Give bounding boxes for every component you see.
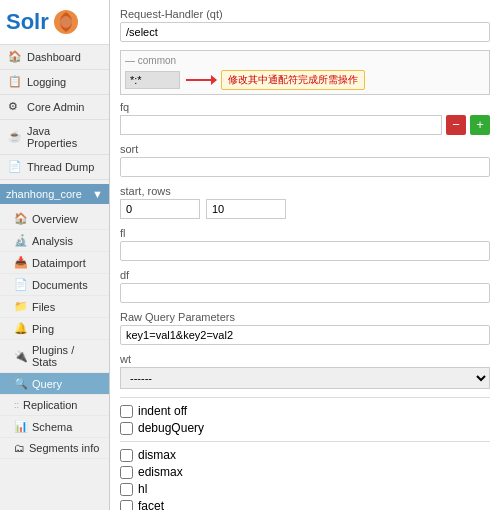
edismax-checkbox[interactable]	[120, 466, 133, 479]
indent-label: indent off	[138, 404, 187, 418]
sidebar-item-overview[interactable]: 🏠 Overview	[0, 208, 109, 230]
sidebar-item-segments-info[interactable]: 🗂 Segments info	[0, 438, 109, 459]
query-label: Query	[32, 378, 62, 390]
schema-label: Schema	[32, 421, 72, 433]
dismax-checkbox[interactable]	[120, 449, 133, 462]
ping-icon: 🔔	[14, 322, 28, 335]
checkbox-debugquery: debugQuery	[120, 421, 490, 435]
overview-icon: 🏠	[14, 212, 28, 225]
wt-group: wt ------ json xml csv python ruby php	[120, 353, 490, 389]
plugins-label: Plugins / Stats	[32, 344, 101, 368]
dataimport-label: Dataimport	[32, 257, 86, 269]
logging-label: Logging	[27, 76, 66, 88]
sidebar-item-java-properties[interactable]: ☕ Java Properties	[0, 120, 109, 155]
java-icon: ☕	[8, 130, 22, 144]
documents-icon: 📄	[14, 278, 28, 291]
request-handler-group: Request-Handler (qt)	[120, 8, 490, 42]
raw-query-label: Raw Query Parameters	[120, 311, 490, 323]
sidebar-item-core-admin[interactable]: ⚙ Core Admin	[0, 95, 109, 120]
common-label: — common	[125, 55, 485, 66]
sidebar-item-analysis[interactable]: 🔬 Analysis	[0, 230, 109, 252]
common-section: — common 修改其中通配符完成所需操作	[120, 50, 490, 95]
sidebar-item-schema[interactable]: 📊 Schema	[0, 416, 109, 438]
core-admin-icon: ⚙	[8, 100, 22, 114]
core-admin-label: Core Admin	[27, 101, 84, 113]
ping-label: Ping	[32, 323, 54, 335]
raw-query-input[interactable]	[120, 325, 490, 345]
sidebar-item-ping[interactable]: 🔔 Ping	[0, 318, 109, 340]
checkbox-hl: hl	[120, 482, 490, 496]
solr-logo-icon	[52, 8, 80, 36]
fq-input[interactable]	[120, 115, 442, 135]
fq-label: fq	[120, 101, 490, 113]
sidebar-item-plugins-stats[interactable]: 🔌 Plugins / Stats	[0, 340, 109, 373]
fq-remove-button[interactable]: −	[446, 115, 466, 135]
sidebar-item-dashboard[interactable]: 🏠 Dashboard	[0, 45, 109, 70]
replication-icon: ::	[14, 400, 19, 410]
wt-label: wt	[120, 353, 490, 365]
dismax-label: dismax	[138, 448, 176, 462]
sort-label: sort	[120, 143, 490, 155]
documents-label: Documents	[32, 279, 88, 291]
thread-icon: 📄	[8, 160, 22, 174]
files-icon: 📁	[14, 300, 28, 313]
df-group: df	[120, 269, 490, 303]
request-handler-label: Request-Handler (qt)	[120, 8, 490, 20]
sidebar-item-thread-dump[interactable]: 📄 Thread Dump	[0, 155, 109, 180]
request-handler-input[interactable]	[120, 22, 490, 42]
fl-label: fl	[120, 227, 490, 239]
divider-2	[120, 441, 490, 442]
logo-area: Solr	[0, 0, 109, 45]
arrow-shaft	[186, 79, 211, 81]
sidebar-item-replication[interactable]: :: Replication	[0, 395, 109, 416]
facet-label: facet	[138, 499, 164, 510]
sidebar-item-documents[interactable]: 📄 Documents	[0, 274, 109, 296]
start-rows-label: start, rows	[120, 185, 490, 197]
sidebar-item-dataimport[interactable]: 📥 Dataimport	[0, 252, 109, 274]
annotation-text: 修改其中通配符完成所需操作	[221, 70, 365, 90]
start-rows-inputs	[120, 199, 490, 219]
raw-query-group: Raw Query Parameters	[120, 311, 490, 345]
fl-group: fl	[120, 227, 490, 261]
analysis-icon: 🔬	[14, 234, 28, 247]
df-input[interactable]	[120, 283, 490, 303]
checkbox-indent: indent off	[120, 404, 490, 418]
sidebar-item-logging[interactable]: 📋 Logging	[0, 70, 109, 95]
wt-row: ------ json xml csv python ruby php	[120, 367, 490, 389]
indent-checkbox[interactable]	[120, 405, 133, 418]
main-content: Request-Handler (qt) — common 修改其中通配符完成所…	[110, 0, 500, 510]
facet-checkbox[interactable]	[120, 500, 133, 511]
logging-icon: 📋	[8, 75, 22, 89]
analysis-label: Analysis	[32, 235, 73, 247]
fq-group: fq − +	[120, 101, 490, 135]
files-label: Files	[32, 301, 55, 313]
q-row: 修改其中通配符完成所需操作	[125, 70, 485, 90]
core-selector[interactable]: zhanhong_core ▼	[0, 184, 109, 204]
fq-row: − +	[120, 115, 490, 135]
wt-select[interactable]: ------ json xml csv python ruby php	[120, 367, 490, 389]
start-input[interactable]	[120, 199, 200, 219]
segments-icon: 🗂	[14, 442, 25, 454]
sidebar-item-files[interactable]: 📁 Files	[0, 296, 109, 318]
segments-label: Segments info	[29, 442, 99, 454]
checkbox-edismax: edismax	[120, 465, 490, 479]
arrow-head	[211, 75, 217, 85]
debugquery-checkbox[interactable]	[120, 422, 133, 435]
core-name: zhanhong_core	[6, 188, 82, 200]
sidebar-item-query[interactable]: 🔍 Query	[0, 373, 109, 395]
rows-input[interactable]	[206, 199, 286, 219]
checkbox-facet: facet	[120, 499, 490, 510]
schema-icon: 📊	[14, 420, 28, 433]
sidebar: Solr 🏠 Dashboard 📋 Logging ⚙ Core Admin …	[0, 0, 110, 510]
fq-add-button[interactable]: +	[470, 115, 490, 135]
hl-label: hl	[138, 482, 147, 496]
sort-input[interactable]	[120, 157, 490, 177]
q-input[interactable]	[125, 71, 180, 89]
dashboard-icon: 🏠	[8, 50, 22, 64]
hl-checkbox[interactable]	[120, 483, 133, 496]
dataimport-icon: 📥	[14, 256, 28, 269]
plugins-icon: 🔌	[14, 350, 28, 363]
fl-input[interactable]	[120, 241, 490, 261]
annotation-container: 修改其中通配符完成所需操作	[186, 70, 365, 90]
core-arrow: ▼	[92, 188, 103, 200]
